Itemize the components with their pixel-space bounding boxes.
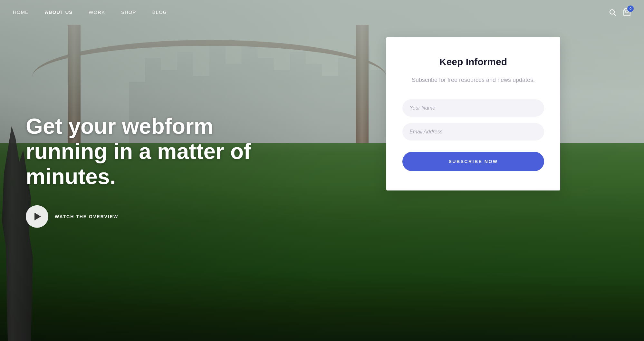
navbar: HOME ABOUT US WORK SHOP BLOG 0 bbox=[0, 0, 644, 24]
nav-work[interactable]: WORK bbox=[89, 9, 105, 15]
watch-overview-button[interactable]: WATCH THE OVERVIEW bbox=[26, 205, 118, 228]
nav-home[interactable]: HOME bbox=[13, 9, 29, 15]
card-subtitle: Subscribe for free resources and news up… bbox=[402, 75, 544, 85]
card-title: Keep Informed bbox=[402, 56, 544, 67]
search-button[interactable] bbox=[609, 8, 616, 16]
nav-icons: 0 bbox=[609, 8, 631, 16]
hero-content: Get your webform running in a matter of … bbox=[26, 113, 258, 228]
svg-line-1 bbox=[614, 14, 616, 15]
subscribe-button[interactable]: SUBSCRIBE NOW bbox=[402, 152, 544, 171]
subscribe-card: Keep Informed Subscribe for free resourc… bbox=[386, 37, 560, 190]
watch-label: WATCH THE OVERVIEW bbox=[55, 214, 118, 219]
name-input[interactable] bbox=[402, 99, 544, 117]
hero-headline: Get your webform running in a matter of … bbox=[26, 113, 258, 189]
play-circle bbox=[26, 205, 48, 228]
nav-about[interactable]: ABOUT US bbox=[45, 9, 72, 15]
cart-badge: 0 bbox=[627, 5, 634, 12]
nav-blog[interactable]: BLOG bbox=[152, 9, 167, 15]
play-icon bbox=[34, 212, 41, 220]
nav-links: HOME ABOUT US WORK SHOP BLOG bbox=[13, 9, 167, 15]
search-icon bbox=[609, 8, 616, 16]
cart-wrapper: 0 bbox=[623, 8, 631, 16]
email-input[interactable] bbox=[402, 123, 544, 141]
nav-shop[interactable]: SHOP bbox=[121, 9, 136, 15]
